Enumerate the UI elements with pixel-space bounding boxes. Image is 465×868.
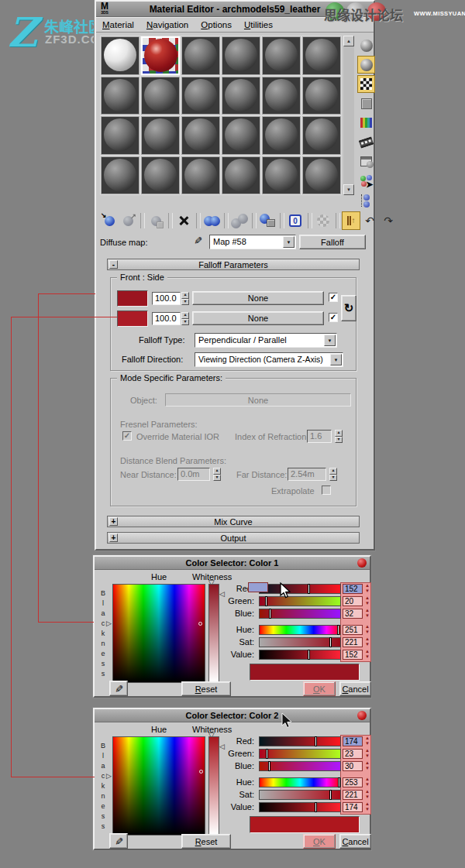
sample-type-sphere-icon[interactable]: [357, 36, 375, 54]
sample-slot[interactable]: [302, 116, 341, 155]
green-slider[interactable]: [259, 749, 341, 759]
front-amount-spinner[interactable]: ▴▾: [181, 292, 189, 305]
sample-slot[interactable]: [101, 156, 140, 195]
hue-value-field[interactable]: 251: [343, 625, 363, 635]
sample-slot[interactable]: [222, 156, 260, 195]
map-select-dropdown[interactable]: Map #58▼: [209, 235, 296, 249]
sample-tiling-icon[interactable]: [357, 94, 375, 112]
front-amount-field[interactable]: 100.0: [152, 292, 181, 305]
pick-dropper-icon[interactable]: ✎: [192, 236, 204, 245]
green-slider[interactable]: [259, 596, 341, 606]
red-slider[interactable]: [259, 584, 341, 594]
mix-curve-rollout[interactable]: + Mix Curve: [107, 516, 360, 527]
backlight-icon[interactable]: [357, 56, 375, 74]
blue-spinner[interactable]: ▲▼: [364, 609, 370, 619]
hue-slider[interactable]: [259, 625, 341, 635]
expand-icon[interactable]: +: [109, 517, 118, 526]
sample-slot[interactable]: [262, 156, 301, 195]
value-spinner[interactable]: ▲▼: [364, 650, 370, 660]
color-selector-2-titlebar[interactable]: Color Selector: Color 2: [95, 709, 370, 722]
show-end-result-icon[interactable]: ↑: [342, 211, 360, 230]
sample-slot-active[interactable]: [141, 36, 180, 75]
reset-button[interactable]: Reset: [181, 681, 231, 696]
side-amount-field[interactable]: 100.0: [152, 312, 181, 325]
dropper-button[interactable]: ✎: [109, 833, 128, 849]
output-rollout[interactable]: + Output: [107, 532, 360, 544]
collapse-icon[interactable]: -: [109, 260, 118, 269]
sample-slot[interactable]: [262, 77, 301, 115]
red-spinner[interactable]: ▲▼: [364, 584, 370, 594]
assign-material-to-selection-icon[interactable]: [146, 211, 165, 230]
blue-slider[interactable]: [259, 761, 341, 771]
slots-scrollbar[interactable]: ▲ ▼: [343, 36, 354, 195]
front-color-swatch[interactable]: [117, 290, 148, 307]
expand-icon[interactable]: +: [109, 533, 118, 542]
reset-map-icon[interactable]: [174, 211, 193, 230]
green-value-field[interactable]: 23: [343, 749, 363, 759]
sample-slot[interactable]: [302, 36, 341, 75]
menu-navigation[interactable]: Navigation: [146, 20, 188, 29]
red-spinner[interactable]: ▲▼: [364, 736, 370, 746]
blue-value-field[interactable]: 30: [343, 761, 363, 771]
value-slider[interactable]: [259, 650, 341, 660]
sat-slider[interactable]: [259, 790, 341, 800]
sample-slot[interactable]: [302, 156, 341, 195]
green-spinner[interactable]: ▲▼: [364, 749, 370, 759]
override-ior-checkbox[interactable]: ✓: [122, 431, 132, 441]
near-distance-field[interactable]: 0.0m: [177, 468, 210, 481]
object-pick-button[interactable]: None: [165, 393, 351, 407]
sample-slot[interactable]: [181, 116, 220, 155]
close-icon[interactable]: [357, 558, 367, 568]
swap-colors-button[interactable]: ↻: [341, 295, 356, 321]
value-value-field[interactable]: 174: [343, 802, 363, 812]
hue-spinner[interactable]: ▲▼: [364, 625, 370, 635]
blackness-marker-icon[interactable]: ▷: [106, 773, 112, 780]
side-map-enable-checkbox[interactable]: ✓: [329, 313, 338, 322]
dropdown-arrow-icon[interactable]: ▼: [330, 354, 342, 365]
cancel-button[interactable]: Cancel: [339, 681, 371, 696]
near-distance-spinner[interactable]: ▴▾: [213, 468, 221, 481]
select-by-material-icon[interactable]: ➤: [357, 172, 375, 190]
sample-slot[interactable]: [141, 116, 180, 155]
sat-spinner[interactable]: ▲▼: [364, 790, 370, 800]
options-icon[interactable]: [357, 153, 375, 170]
sample-slot[interactable]: [302, 77, 341, 115]
blackness-marker-icon[interactable]: ▷: [106, 620, 112, 627]
make-material-copy-icon[interactable]: [202, 211, 221, 230]
material-map-navigator-icon[interactable]: [357, 191, 375, 209]
red-slider[interactable]: [259, 736, 341, 746]
sample-slot[interactable]: [181, 156, 220, 195]
background-checker-icon[interactable]: [357, 75, 375, 93]
sample-slot[interactable]: [141, 77, 180, 115]
side-amount-spinner[interactable]: ▴▾: [181, 312, 189, 325]
show-map-in-viewport-icon[interactable]: [314, 211, 332, 230]
blue-spinner[interactable]: ▲▼: [364, 761, 370, 771]
sample-slot[interactable]: [222, 116, 260, 155]
ok-button[interactable]: OK: [303, 834, 336, 849]
sample-slot[interactable]: [262, 116, 301, 155]
sample-slot[interactable]: [101, 116, 140, 155]
sample-slot[interactable]: [101, 77, 140, 115]
sample-slot[interactable]: [181, 77, 220, 115]
falloff-type-button[interactable]: Falloff: [299, 235, 366, 249]
put-material-to-scene-icon[interactable]: ↗: [119, 211, 137, 230]
whiteness-strip[interactable]: [208, 736, 219, 835]
dropper-button[interactable]: ✎: [109, 681, 128, 696]
blue-value-field[interactable]: 32: [343, 609, 363, 619]
red-value-field[interactable]: 152: [343, 584, 363, 594]
cancel-button[interactable]: Cancel: [339, 834, 371, 849]
far-distance-field[interactable]: 2.54m: [288, 468, 326, 481]
sat-value-field[interactable]: 221: [343, 790, 363, 800]
make-unique-icon[interactable]: [230, 211, 249, 230]
value-spinner[interactable]: ▲▼: [364, 802, 370, 812]
sample-slot[interactable]: [181, 36, 220, 75]
ok-button[interactable]: OK: [303, 681, 336, 696]
whiteness-strip[interactable]: [208, 584, 219, 683]
side-color-swatch[interactable]: [117, 310, 148, 327]
value-value-field[interactable]: 152: [343, 650, 363, 660]
value-slider[interactable]: [259, 802, 341, 812]
close-icon[interactable]: [357, 711, 367, 720]
ior-spinner[interactable]: ▴▾: [335, 430, 343, 443]
make-preview-icon[interactable]: [357, 133, 375, 151]
sat-slider[interactable]: [259, 637, 341, 647]
